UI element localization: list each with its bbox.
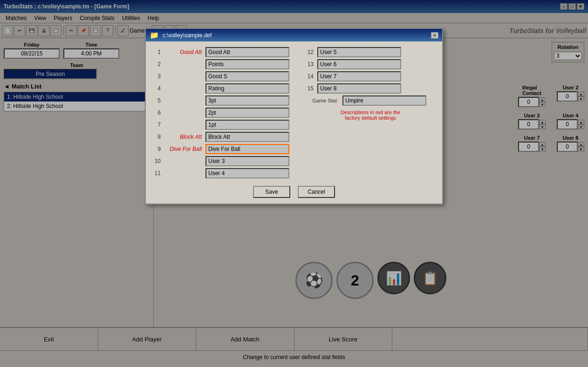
dialog-overlay: 📁 c:\volley\sample.def ✕ 1 Good Att bbox=[0, 0, 588, 367]
dialog-cancel-button[interactable]: Cancel bbox=[298, 186, 335, 198]
dialog-row-14: 14 bbox=[304, 71, 437, 82]
dialog-input-14[interactable] bbox=[317, 71, 401, 82]
dialog-row-12: 12 bbox=[304, 47, 437, 57]
dialog-row-9: 9 Dive For Ball bbox=[151, 144, 289, 154]
dialog-row-10: 10 bbox=[151, 156, 289, 166]
dialog-input-1[interactable] bbox=[205, 47, 289, 57]
dialog-titlebar: 📁 c:\volley\sample.def ✕ bbox=[146, 29, 442, 41]
dialog-input-umpire[interactable] bbox=[342, 95, 426, 106]
dialog-input-6[interactable] bbox=[205, 108, 289, 118]
dialog-row-6: 6 bbox=[151, 108, 289, 118]
dialog-row-4: 4 bbox=[151, 83, 289, 94]
dialog-row-8: 8 Block Att bbox=[151, 132, 289, 142]
factory-default-note: Descriptions in red are thefactory defau… bbox=[304, 109, 437, 121]
dialog-row-11: 11 bbox=[151, 168, 289, 178]
dialog-row-7: 7 bbox=[151, 120, 289, 130]
dialog-folder-icon: 📁 bbox=[150, 31, 159, 40]
dialog-close-button[interactable]: ✕ bbox=[431, 32, 438, 39]
dialog-row-3: 3 bbox=[151, 71, 289, 82]
dialog-right-col: 12 13 14 15 bbox=[304, 47, 437, 180]
dialog-row-1: 1 Good Att bbox=[151, 47, 289, 57]
dialog-input-10[interactable] bbox=[205, 156, 289, 166]
dialog-title: c:\volley\sample.def bbox=[163, 32, 212, 39]
dialog-input-9[interactable] bbox=[205, 144, 289, 154]
dialog-input-4[interactable] bbox=[205, 83, 289, 94]
dialog-buttons: Save Cancel bbox=[151, 186, 437, 198]
dialog-input-8[interactable] bbox=[205, 132, 289, 142]
dialog-save-button[interactable]: Save bbox=[253, 186, 290, 198]
dialog-row-game-stat: Game Stat bbox=[304, 95, 437, 106]
dialog-input-2[interactable] bbox=[205, 59, 289, 69]
dialog: 📁 c:\volley\sample.def ✕ 1 Good Att bbox=[145, 28, 443, 204]
dialog-input-11[interactable] bbox=[205, 168, 289, 178]
dialog-input-12[interactable] bbox=[317, 47, 401, 57]
dialog-row-13: 13 bbox=[304, 59, 437, 69]
dialog-body: 1 Good Att 2 3 bbox=[146, 41, 442, 204]
dialog-row-15: 15 bbox=[304, 83, 437, 94]
dialog-input-15[interactable] bbox=[317, 83, 401, 94]
dialog-row-2: 2 bbox=[151, 59, 289, 69]
dialog-grid: 1 Good Att 2 3 bbox=[151, 47, 437, 180]
game-stat-label: Game Stat bbox=[304, 98, 337, 103]
dialog-left-col: 1 Good Att 2 3 bbox=[151, 47, 289, 180]
dialog-row-5: 5 bbox=[151, 95, 289, 106]
dialog-input-5[interactable] bbox=[205, 95, 289, 106]
dialog-input-3[interactable] bbox=[205, 71, 289, 82]
dialog-input-7[interactable] bbox=[205, 120, 289, 130]
dialog-input-13[interactable] bbox=[317, 59, 401, 69]
